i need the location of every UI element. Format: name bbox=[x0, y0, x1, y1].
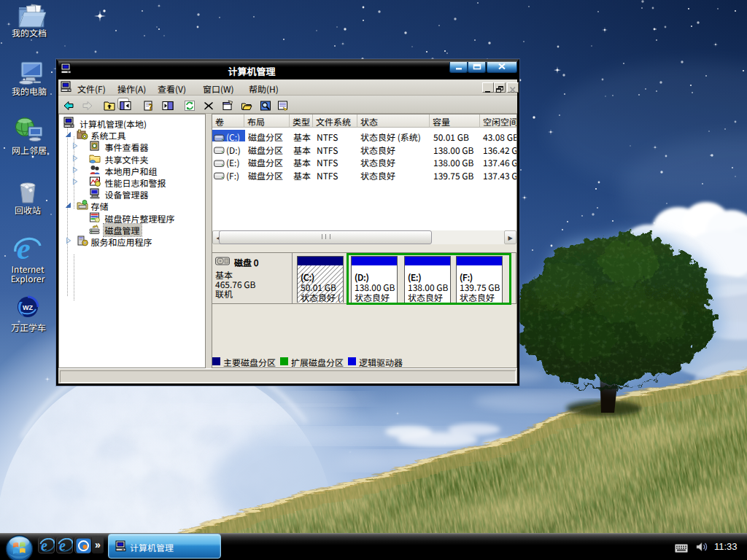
svg-text:?: ? bbox=[149, 101, 152, 112]
svg-text:WZ: WZ bbox=[23, 304, 33, 311]
